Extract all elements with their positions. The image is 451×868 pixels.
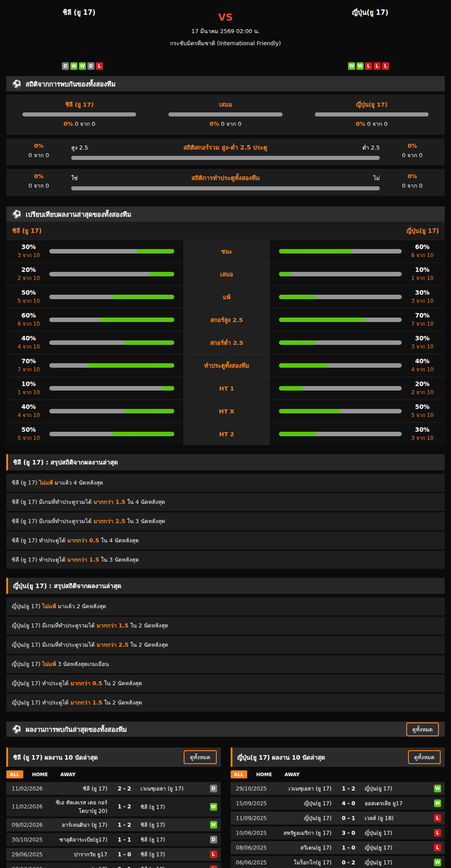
match-row[interactable]: 11/09/2025 ญี่ปุ่น(ยู 17) 0 - 1 เวลส์ (ย… — [231, 812, 445, 825]
tab-home[interactable]: HOME — [253, 770, 275, 778]
soccer-ball-icon: ⚽ — [12, 211, 21, 218]
comparison-stat-label: HT 1 — [182, 377, 271, 400]
comparison-away-cell: 30% 3 จาก 10 — [271, 423, 445, 445]
btts-left-count: 0 จาก 0 — [29, 181, 49, 190]
comparison-row: 20% 2 จาก 10 เสมอ 10% 1 จาก 10 — [6, 262, 445, 285]
away-bar — [279, 318, 402, 322]
match-away-team: ญี่ปุ่น(ยู 17) — [361, 829, 426, 837]
btts-left-pct: 0% — [34, 173, 43, 180]
summary-post: ใน 4 นัดหลังสุด — [101, 537, 139, 544]
away-bar — [279, 386, 402, 391]
tab-away[interactable]: AWAY — [57, 770, 79, 778]
form-badge: L — [382, 62, 389, 70]
match-away-team: ญี่ปุ่น(ยู 17) — [361, 858, 426, 867]
match-row[interactable]: 11/02/2026 ชิลี (ยู 17) 2 - 2 เวเนซุเอลา… — [6, 782, 221, 795]
match-away-team: ชิลี (ยู 17) — [137, 821, 202, 829]
comparison-stat-label: สกอร์ต่ำ 2.5 — [182, 331, 271, 354]
match-date: 08/06/2025 — [236, 845, 277, 851]
tab-all[interactable]: ALL — [231, 770, 248, 778]
h2h-draw-column: เสมอ 0% 0 จาก 0 — [152, 100, 298, 129]
form-badge: L — [374, 62, 381, 70]
comparison-row: 10% 1 จาก 10 HT 1 20% 2 จาก 10 — [6, 377, 445, 400]
match-row[interactable]: 29/10/2025 เวเนซุเอลา (ยู 17) 1 - 2 ญี่ป… — [231, 782, 445, 795]
match-row[interactable]: 15/09/2025 ญี่ปุ่น(ยู 17) 4 - 0 ออสเตรเล… — [231, 797, 445, 810]
view-all-button[interactable]: ดูทั้งหมด — [406, 722, 439, 736]
away-bar-fill — [279, 432, 316, 436]
comparison-row: 40% 4 จาก 10 สกอร์ต่ำ 2.5 30% 3 จาก 10 — [6, 331, 445, 354]
summary-row: ญี่ปุ่น(ยู 17)ไม่แพ้3 นัดหลังสุดเกมเยือน — [6, 655, 445, 673]
away-percent: 20% — [408, 380, 437, 387]
match-date: 06/06/2025 — [236, 859, 277, 866]
match-date: 29/10/2025 — [236, 786, 277, 792]
match-date: 10/06/2025 — [236, 830, 277, 836]
match-row[interactable]: 27/06/2025 เวเนซุเอลา (ยู 17) 2 - 1 ชิลี… — [6, 863, 221, 868]
match-home-team: ญี่ปุ่น(ยู 17) — [277, 799, 336, 808]
summary-post: ใน 2 นัดหลังสุด — [130, 641, 168, 648]
match-score: 0 - 1 — [336, 815, 361, 821]
tab-away[interactable]: AWAY — [281, 770, 303, 778]
match-home-team: ซาอุดิอาระเบีย(ยู17) — [53, 835, 112, 844]
comparison-stat-label: HT 2 — [182, 423, 271, 445]
comparison-stat-label: ทำประตูทั้งสองทีม — [182, 354, 271, 377]
match-row[interactable]: 08/06/2025 สวีเดน(ยู 17) 1 - 0 ญี่ปุ่น(ย… — [231, 841, 445, 854]
comparison-home-cell: 50% 5 จาก 10 — [6, 286, 182, 308]
h2h-draw-pct: 0% — [210, 120, 219, 127]
h2h-card: ชิลี (ยู 17) 0% 0 จาก 0 เสมอ 0% 0 จาก 0 … — [6, 95, 445, 135]
away-bar — [279, 363, 402, 368]
match-row[interactable]: 09/02/2026 อาร์เจนตินา (ยู 17) 1 - 2 ชิล… — [6, 818, 221, 831]
summary-row: ญี่ปุ่น(ยู 17)ไม่แพ้มาแล้ว 2 นัดหลังสุด — [6, 597, 445, 615]
competition-name: กระชับมิตรทีมชาติ (International Friendl… — [0, 39, 451, 48]
match-away-team: ชิลี (ยู 17) — [137, 835, 202, 844]
match-row[interactable]: 10/06/2025 สหรัฐอเมริกา (ยู 17) 3 - 0 ญี… — [231, 826, 445, 839]
match-row[interactable]: 06/06/2025 โมร็อกโก(ยู 17) 0 - 2 ญี่ปุ่น… — [231, 856, 445, 868]
match-row[interactable]: 29/06/2025 ปารากวัย ยู17 1 - 0 ชิลี (ยู … — [6, 848, 221, 861]
summary-post: 3 นัดหลังสุดเกมเยือน — [58, 661, 109, 667]
away-view-all-button[interactable]: ดูทั้งหมด — [408, 750, 441, 764]
match-away-team: เวลส์ (ยู 18) — [361, 814, 426, 822]
home-view-all-button[interactable]: ดูทั้งหมด — [184, 750, 216, 764]
away-summary-header: ญี่ปุ่น(ยู 17) : สรุปสถิติจากผลงานล่าสุด — [6, 578, 445, 594]
home-count: 3 จาก 10 — [14, 251, 43, 259]
form-badge: D — [62, 62, 69, 70]
home-bar-fill — [162, 386, 174, 391]
result-badge: W — [210, 821, 217, 829]
comparison-home-cell: 30% 3 จาก 10 — [6, 240, 182, 262]
h2h-section-title: สถิติจากการพบกันของทั้งสองทีม — [26, 79, 116, 89]
comparison-away-cell: 50% 5 จาก 10 — [271, 400, 445, 422]
away-team-name: ญี่ปุ่น(ยู 17) — [352, 7, 388, 18]
match-row[interactable]: 11/02/2026 ซีเอ ทัลเลเรส เดอ กอร์โดบา(ยู… — [6, 797, 221, 816]
home-bar-fill — [137, 249, 174, 254]
tab-home[interactable]: HOME — [29, 770, 52, 778]
home-bar — [49, 386, 174, 391]
home-panel-title: ชิลี (ยู 17) ผลงาน 10 นัดล่าสุด — [13, 752, 98, 762]
form-badge: D — [87, 62, 94, 70]
away-count: 5 จาก 10 — [408, 411, 437, 419]
home-bar-fill — [112, 432, 175, 436]
match-away-team: ออสเตรเลีย ยู17 — [361, 799, 426, 808]
h2h-away-label: ญี่ปุ่น(ยู 17) — [356, 100, 387, 109]
comparison-away-team: ญี่ปุ่น(ยู 17) — [406, 226, 439, 236]
summary-pre: ญี่ปุ่น(ยู 17) มีเกมที่ทำประตูรวมได้ — [12, 641, 95, 648]
home-recent-panel: ชิลี (ยู 17) ผลงาน 10 นัดล่าสุด ดูทั้งหม… — [6, 748, 221, 868]
comparison-row: 50% 5 จาก 10 HT 2 30% 3 จาก 10 — [6, 422, 445, 445]
away-bar — [279, 272, 402, 276]
summary-pre: ชิลี (ยู 17) มีเกมที่ทำประตูรวมได้ — [12, 498, 92, 505]
match-date: 11/02/2026 — [12, 804, 53, 810]
away-bar — [279, 295, 402, 299]
match-score: 1 - 2 — [112, 804, 137, 810]
summary-post: ใน 4 นัดหลังสุด — [127, 498, 165, 505]
home-bar — [49, 249, 174, 254]
recent-section-title: ผลงานการพบกันล่าสุดของทั้งสองทีม — [26, 724, 127, 735]
home-bar — [49, 295, 174, 299]
comparison-away-cell: 40% 4 จาก 10 — [271, 354, 445, 377]
match-home-team: สหรัฐอเมริกา (ยู 17) — [277, 829, 336, 837]
tab-all[interactable]: ALL — [6, 770, 23, 778]
recent-section-header: ⚽ ผลงานการพบกันล่าสุดของทั้งสองทีม ดูทั้… — [6, 722, 445, 737]
match-date: 15/09/2025 — [236, 800, 277, 807]
away-percent: 70% — [408, 312, 437, 319]
match-row[interactable]: 30/10/2025 ซาอุดิอาระเบีย(ยู17) 1 - 1 ชิ… — [6, 833, 221, 846]
summary-highlight: มากกว่า 0.5 — [70, 680, 102, 687]
comparison-row: 40% 4 จาก 10 HT X 50% 5 จาก 10 — [6, 400, 445, 422]
h2h-away-column: ญี่ปุ่น(ยู 17) 0% 0 จาก 0 — [299, 100, 445, 129]
summary-pre: ญี่ปุ่น(ยู 17) — [12, 661, 40, 667]
